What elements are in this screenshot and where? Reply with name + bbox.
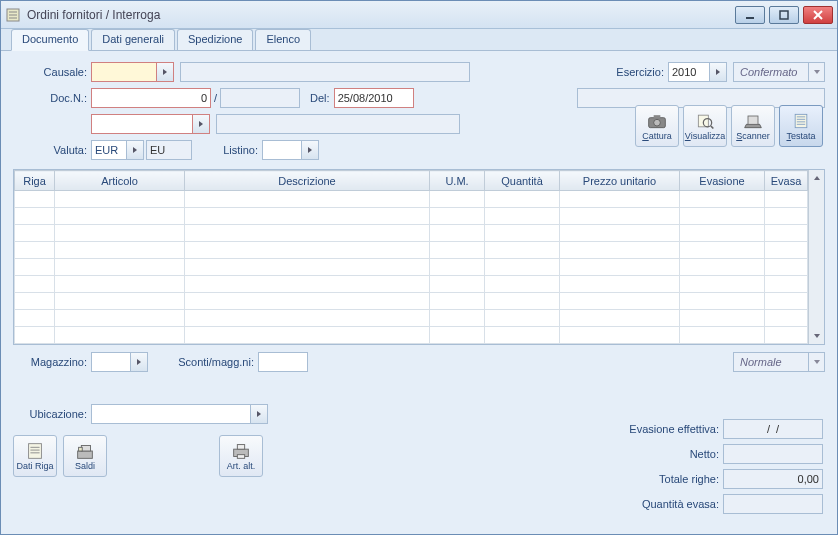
col-quantita[interactable]: Quantità bbox=[485, 171, 560, 191]
art-alt-button[interactable]: Art. alt. bbox=[219, 435, 263, 477]
testata-button[interactable]: Testata bbox=[779, 105, 823, 147]
chevron-down-icon bbox=[808, 353, 824, 371]
ubicazione-lookup-button[interactable] bbox=[250, 404, 268, 424]
magazzino-lookup-button[interactable] bbox=[130, 352, 148, 372]
svg-rect-29 bbox=[237, 455, 244, 459]
col-descrizione[interactable]: Descrizione bbox=[185, 171, 430, 191]
scanner-button[interactable]: Scanner bbox=[731, 105, 775, 147]
tab-documento[interactable]: Documento bbox=[11, 29, 89, 51]
camera-icon bbox=[647, 112, 667, 130]
qevasa-value bbox=[723, 494, 823, 514]
valuta-label: Valuta: bbox=[13, 144, 91, 156]
saldi-button[interactable]: Saldi bbox=[63, 435, 107, 477]
table-row[interactable] bbox=[15, 327, 808, 344]
document-lines-icon bbox=[24, 441, 46, 461]
valuta-lookup-button[interactable] bbox=[126, 140, 144, 160]
table-row[interactable] bbox=[15, 225, 808, 242]
esercizio-label: Esercizio: bbox=[616, 66, 668, 78]
window-title: Ordini fornitori / Interroga bbox=[27, 8, 735, 22]
minimize-button[interactable] bbox=[735, 6, 765, 24]
esercizio-lookup-button[interactable] bbox=[709, 62, 727, 82]
svg-point-9 bbox=[654, 119, 661, 126]
cash-register-icon bbox=[74, 441, 96, 461]
order-lines-grid[interactable]: Riga Articolo Descrizione U.M. Quantità … bbox=[13, 169, 825, 345]
docn-slash: / bbox=[211, 92, 220, 104]
scroll-down-icon[interactable] bbox=[810, 329, 824, 343]
confermato-select[interactable]: Confermato bbox=[733, 62, 825, 82]
magazzino-label: Magazzino: bbox=[13, 356, 91, 368]
qevasa-label: Quantità evasa: bbox=[642, 498, 723, 510]
party-lookup-button[interactable] bbox=[192, 114, 210, 134]
valuta2-input bbox=[146, 140, 192, 160]
causale-lookup-button[interactable] bbox=[156, 62, 174, 82]
valuta-input[interactable] bbox=[91, 140, 127, 160]
sconti-label: Sconti/magg.ni: bbox=[148, 356, 258, 368]
document-icon bbox=[791, 112, 811, 130]
scroll-up-icon[interactable] bbox=[810, 171, 824, 185]
col-riga[interactable]: Riga bbox=[15, 171, 55, 191]
magnifier-icon bbox=[695, 112, 715, 130]
esercizio-input[interactable] bbox=[668, 62, 710, 82]
del-label: Del: bbox=[300, 92, 334, 104]
app-icon bbox=[5, 7, 21, 23]
party-input[interactable] bbox=[91, 114, 193, 134]
table-row[interactable] bbox=[15, 276, 808, 293]
magazzino-input[interactable] bbox=[91, 352, 131, 372]
close-button[interactable] bbox=[803, 6, 833, 24]
netto-value bbox=[723, 444, 823, 464]
svg-rect-14 bbox=[748, 116, 758, 124]
evasione-label: Evasione effettiva: bbox=[629, 423, 723, 435]
normale-select[interactable]: Normale bbox=[733, 352, 825, 372]
col-evasione[interactable]: Evasione bbox=[680, 171, 765, 191]
sconti-input[interactable] bbox=[258, 352, 308, 372]
causale-desc bbox=[180, 62, 470, 82]
col-articolo[interactable]: Articolo bbox=[55, 171, 185, 191]
netto-label: Netto: bbox=[690, 448, 723, 460]
table-row[interactable] bbox=[15, 293, 808, 310]
docn-input[interactable] bbox=[91, 88, 211, 108]
svg-rect-20 bbox=[29, 444, 42, 459]
svg-rect-5 bbox=[780, 11, 788, 19]
dati-riga-button[interactable]: Dati Riga bbox=[13, 435, 57, 477]
table-row[interactable] bbox=[15, 242, 808, 259]
ubicazione-label: Ubicazione: bbox=[13, 408, 91, 420]
tab-bar: Documento Dati generali Spedizione Elenc… bbox=[1, 29, 837, 51]
tab-elenco[interactable]: Elenco bbox=[255, 29, 311, 50]
causale-input[interactable] bbox=[91, 62, 157, 82]
table-row[interactable] bbox=[15, 310, 808, 327]
svg-rect-26 bbox=[79, 447, 83, 451]
causale-label: Causale: bbox=[13, 66, 91, 78]
evasione-value bbox=[723, 419, 823, 439]
printer-icon bbox=[230, 441, 252, 461]
del-input[interactable] bbox=[334, 88, 414, 108]
col-evasa[interactable]: Evasa bbox=[765, 171, 808, 191]
totale-value bbox=[723, 469, 823, 489]
listino-lookup-button[interactable] bbox=[301, 140, 319, 160]
svg-rect-28 bbox=[237, 445, 244, 450]
grid-scrollbar[interactable] bbox=[808, 170, 824, 344]
tab-spedizione[interactable]: Spedizione bbox=[177, 29, 253, 50]
docn2-input[interactable] bbox=[220, 88, 300, 108]
titlebar[interactable]: Ordini fornitori / Interroga bbox=[1, 1, 837, 29]
svg-rect-10 bbox=[654, 115, 661, 118]
table-row[interactable] bbox=[15, 259, 808, 276]
svg-rect-15 bbox=[795, 114, 807, 127]
ubicazione-input[interactable] bbox=[91, 404, 251, 424]
scanner-icon bbox=[743, 112, 763, 130]
svg-rect-25 bbox=[81, 446, 90, 452]
maximize-button[interactable] bbox=[769, 6, 799, 24]
table-row[interactable] bbox=[15, 208, 808, 225]
svg-rect-24 bbox=[78, 451, 93, 458]
col-prezzo[interactable]: Prezzo unitario bbox=[560, 171, 680, 191]
col-um[interactable]: U.M. bbox=[430, 171, 485, 191]
cattura-button[interactable]: Cattura bbox=[635, 105, 679, 147]
party-desc bbox=[216, 114, 460, 134]
listino-label: Listino: bbox=[192, 144, 262, 156]
tab-content: Causale: Esercizio: Confermato Doc.N.: / bbox=[1, 51, 837, 534]
tab-dati-generali[interactable]: Dati generali bbox=[91, 29, 175, 50]
table-row[interactable] bbox=[15, 191, 808, 208]
visualizza-button[interactable]: Visualizza bbox=[683, 105, 727, 147]
docn-label: Doc.N.: bbox=[13, 92, 91, 104]
listino-input[interactable] bbox=[262, 140, 302, 160]
chevron-down-icon bbox=[808, 63, 824, 81]
